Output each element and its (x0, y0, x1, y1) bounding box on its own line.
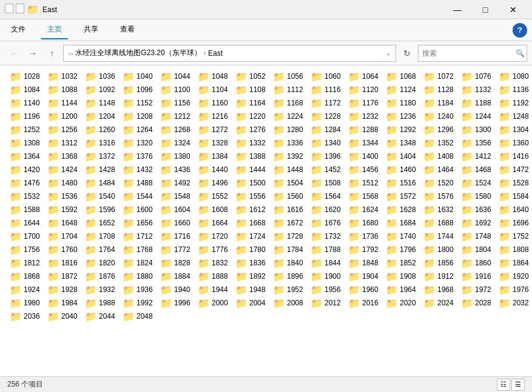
folder-item[interactable]: 📁1400 (346, 150, 383, 164)
folder-item[interactable]: 📁1268 (158, 124, 195, 137)
folder-item[interactable]: 📁1444 (233, 164, 271, 177)
path-part-1[interactable]: 水经注全球离线地图G23.20（东半球） (75, 48, 201, 58)
folder-item[interactable]: 📁1316 (82, 137, 120, 150)
folder-item[interactable]: 📁1200 (45, 110, 82, 124)
folder-item[interactable]: 📁1848 (346, 257, 383, 270)
folder-item[interactable]: 📁1812 (7, 257, 45, 270)
folder-item[interactable]: 📁1044 (158, 70, 195, 84)
folder-item[interactable]: 📁1952 (271, 284, 308, 297)
folder-item[interactable]: 📁1632 (421, 204, 459, 217)
folder-item[interactable]: 📁1620 (308, 204, 346, 217)
folder-item[interactable]: 📁1908 (383, 270, 421, 284)
folder-item[interactable]: 📁1028 (7, 70, 45, 84)
folder-item[interactable]: 📁1168 (271, 97, 308, 110)
folder-item[interactable]: 📁1408 (421, 150, 459, 164)
folder-item[interactable]: 📁1436 (158, 164, 195, 177)
folder-item[interactable]: 📁1204 (82, 110, 120, 124)
folder-item[interactable]: 📁1364 (7, 150, 45, 164)
folder-item[interactable]: 📁1656 (120, 217, 158, 230)
folder-item[interactable]: 📁1624 (346, 204, 383, 217)
folder-item[interactable]: 📁1084 (7, 84, 45, 97)
folder-item[interactable]: 📁1184 (421, 97, 459, 110)
folder-item[interactable]: 📁1628 (383, 204, 421, 217)
folder-item[interactable]: 📁1332 (233, 137, 271, 150)
folder-item[interactable]: 📁1864 (496, 257, 532, 270)
folder-item[interactable]: 📁1752 (496, 230, 532, 244)
folder-item[interactable]: 📁1056 (271, 70, 308, 84)
folder-item[interactable]: 📁1288 (346, 124, 383, 137)
folder-item[interactable]: 📁1188 (459, 97, 496, 110)
folder-item[interactable]: 📁1724 (233, 230, 271, 244)
forward-button[interactable]: → (24, 45, 41, 62)
folder-item[interactable]: 📁2020 (383, 297, 421, 310)
folder-item[interactable]: 📁1852 (383, 257, 421, 270)
ribbon-tab-view[interactable]: 查看 (114, 21, 141, 39)
folder-item[interactable]: 📁1704 (45, 230, 82, 244)
folder-item[interactable]: 📁1964 (383, 284, 421, 297)
folder-item[interactable]: 📁1788 (308, 244, 346, 257)
folder-item[interactable]: 📁1640 (496, 204, 532, 217)
folder-item[interactable]: 📁1600 (120, 204, 158, 217)
folder-item[interactable]: 📁2036 (7, 310, 45, 324)
folder-item[interactable]: 📁1664 (195, 217, 233, 230)
folder-item[interactable]: 📁1840 (271, 257, 308, 270)
folder-item[interactable]: 📁1284 (308, 124, 346, 137)
folder-item[interactable]: 📁2040 (45, 310, 82, 324)
folder-item[interactable]: 📁2032 (496, 297, 532, 310)
folder-item[interactable]: 📁1800 (421, 244, 459, 257)
up-button[interactable]: ↑ (44, 45, 61, 62)
folder-item[interactable]: 📁1776 (195, 244, 233, 257)
folder-item[interactable]: 📁2044 (82, 310, 120, 324)
folder-item[interactable]: 📁1472 (496, 164, 532, 177)
folder-item[interactable]: 📁1036 (82, 70, 120, 84)
folder-item[interactable]: 📁1484 (82, 177, 120, 190)
folder-item[interactable]: 📁1612 (233, 204, 271, 217)
folder-item[interactable]: 📁1708 (82, 230, 120, 244)
folder-item[interactable]: 📁1276 (233, 124, 271, 137)
folder-item[interactable]: 📁1944 (195, 284, 233, 297)
folder-item[interactable]: 📁1512 (346, 177, 383, 190)
folder-item[interactable]: 📁1956 (308, 284, 346, 297)
folder-item[interactable]: 📁1984 (45, 297, 82, 310)
folder-item[interactable]: 📁1584 (496, 190, 532, 204)
folder-item[interactable]: 📁1688 (421, 217, 459, 230)
folder-item[interactable]: 📁1300 (459, 124, 496, 137)
folder-item[interactable]: 📁1860 (459, 257, 496, 270)
list-view-button[interactable]: ☰ (511, 379, 525, 391)
folder-item[interactable]: 📁1608 (195, 204, 233, 217)
folder-item[interactable]: 📁1040 (120, 70, 158, 84)
folder-item[interactable]: 📁1916 (459, 270, 496, 284)
close-button[interactable]: ✕ (499, 0, 527, 19)
folder-item[interactable]: 📁1872 (45, 270, 82, 284)
back-button[interactable]: ← (5, 45, 22, 62)
folder-item[interactable]: 📁1604 (158, 204, 195, 217)
folder-item[interactable]: 📁1100 (158, 84, 195, 97)
folder-item[interactable]: 📁1416 (496, 150, 532, 164)
folder-item[interactable]: 📁1588 (7, 204, 45, 217)
folder-item[interactable]: 📁1064 (346, 70, 383, 84)
ribbon-tab-file[interactable]: 文件 (5, 21, 32, 39)
folder-item[interactable]: 📁1228 (308, 110, 346, 124)
folder-item[interactable]: 📁1960 (346, 284, 383, 297)
folder-item[interactable]: 📁1196 (7, 110, 45, 124)
folder-item[interactable]: 📁1972 (459, 284, 496, 297)
folder-item[interactable]: 📁1508 (308, 177, 346, 190)
folder-item[interactable]: 📁1716 (158, 230, 195, 244)
folder-item[interactable]: 📁1764 (82, 244, 120, 257)
folder-item[interactable]: 📁1556 (233, 190, 271, 204)
help-button[interactable]: ? (513, 23, 527, 38)
folder-item[interactable]: 📁1308 (7, 137, 45, 150)
folder-item[interactable]: 📁1072 (421, 70, 459, 84)
folder-item[interactable]: 📁1392 (271, 150, 308, 164)
folder-item[interactable]: 📁1784 (271, 244, 308, 257)
folder-item[interactable]: 📁1404 (383, 150, 421, 164)
folder-item[interactable]: 📁1548 (158, 190, 195, 204)
folder-item[interactable]: 📁1748 (459, 230, 496, 244)
path-part-2[interactable]: East (208, 49, 223, 58)
folder-item[interactable]: 📁1576 (421, 190, 459, 204)
folder-item[interactable]: 📁1880 (120, 270, 158, 284)
folder-item[interactable]: 📁2004 (233, 297, 271, 310)
folder-item[interactable]: 📁1384 (195, 150, 233, 164)
folder-item[interactable]: 📁1680 (346, 217, 383, 230)
minimize-button[interactable]: — (443, 0, 471, 19)
